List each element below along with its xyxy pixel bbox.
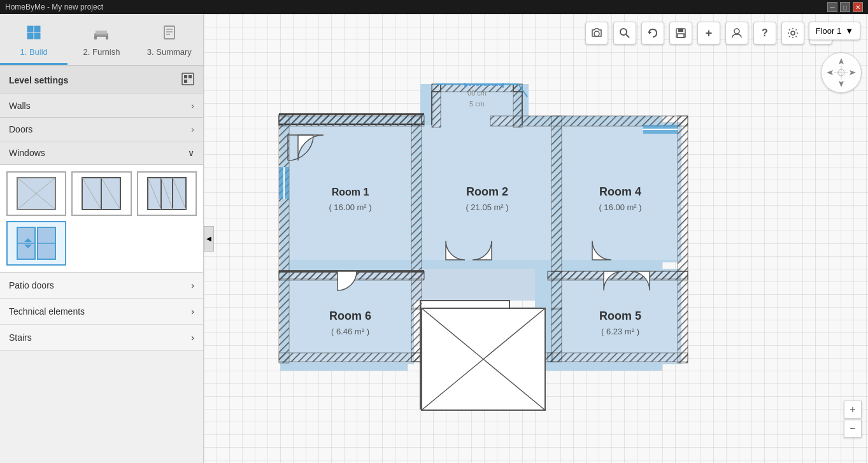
titlebar: HomeByMe - My new project ─ □ ✕ [0,0,868,14]
svg-rect-12 [182,73,194,85]
svg-text:Room 4: Room 4 [599,185,641,198]
svg-rect-8 [164,26,174,39]
main-layout: 1. Build 2. Furnish [0,14,868,463]
floor-selector[interactable]: Floor 1 ▼ [809,22,860,40]
window-option-2[interactable] [71,171,131,216]
walls-label: Walls [9,101,31,111]
window-option-3[interactable] [137,171,197,216]
technical-elements-section[interactable]: Technical elements › [0,299,203,325]
toolbar: + ? [585,22,832,45]
camera-button[interactable] [585,22,608,45]
user-button[interactable] [725,22,748,45]
close-button[interactable]: ✕ [853,2,863,12]
patio-doors-chevron: › [191,280,194,290]
svg-rect-91 [279,271,289,363]
tab-summary[interactable]: 3. Summary [136,19,203,65]
svg-rect-76 [678,116,688,271]
zoom-out-button[interactable]: − [844,420,862,438]
svg-marker-47 [827,70,833,75]
svg-text:( 6.46 m² ): ( 6.46 m² ) [331,327,369,336]
window-option-1[interactable] [6,171,66,216]
patio-doors-label: Patio doors [9,280,54,290]
svg-rect-14 [189,75,192,78]
svg-rect-5 [96,31,107,34]
stairs-section[interactable]: Stairs › [0,325,203,351]
svg-rect-2 [27,33,33,39]
maximize-button[interactable]: □ [840,2,850,12]
sidebar: 1. Build 2. Furnish [0,14,204,463]
floor-label: Floor 1 [816,26,841,36]
top-nav: 1. Build 2. Furnish [0,14,203,66]
floor-plan: Room 1 ( 16.00 m² ) Room 2 ( 21.05 m² ) … [223,33,720,415]
add-button[interactable]: + [697,22,720,45]
svg-rect-3 [34,33,40,39]
windows-chevron-down: ∨ [188,148,194,158]
compass-circle[interactable] [821,52,862,93]
undo-button[interactable] [641,22,664,45]
doors-section[interactable]: Doors › [0,118,203,141]
doors-chevron: › [191,124,194,134]
svg-rect-15 [184,80,187,83]
help-button[interactable]: ? [753,22,776,45]
technical-elements-chevron: › [191,306,194,317]
search-button[interactable] [613,22,636,45]
svg-point-36 [594,31,599,36]
svg-text:Room 2: Room 2 [466,185,508,198]
stairs-label: Stairs [9,332,32,343]
windows-header[interactable]: Windows ∨ [0,141,203,165]
canvas-area[interactable]: ◀ [204,14,868,463]
svg-text:Room 5: Room 5 [599,310,641,322]
zoom-in-button[interactable]: + [844,401,862,418]
svg-rect-93 [411,271,422,310]
tab-furnish[interactable]: 2. Furnish [68,19,135,65]
windows-grid [0,165,203,272]
svg-point-43 [734,29,739,34]
collapse-panel-button[interactable]: ◀ [204,226,214,252]
svg-rect-57 [408,269,535,301]
level-settings-label: Level settings [9,75,68,85]
level-settings-icon [181,73,194,87]
svg-point-44 [791,31,795,35]
svg-rect-67 [279,113,424,115]
svg-rect-97 [411,308,422,362]
svg-text:( 21.05 m² ): ( 21.05 m² ) [466,203,508,212]
windows-section: Windows ∨ [0,141,203,273]
svg-text:Room 1: Room 1 [332,187,369,197]
svg-rect-86 [411,116,422,271]
svg-rect-6 [94,36,97,39]
svg-rect-80 [279,353,424,362]
svg-rect-1 [34,26,40,32]
minimize-button[interactable]: ─ [827,2,837,12]
svg-marker-45 [839,58,844,64]
nav-compass[interactable] [821,52,862,93]
window-option-4[interactable] [6,221,66,266]
svg-rect-98 [551,308,562,362]
svg-text:( 16.00 m² ): ( 16.00 m² ) [329,203,371,212]
floor-chevron: ▼ [845,26,853,36]
svg-text:( 16.00 m² ): ( 16.00 m² ) [599,203,641,212]
svg-rect-13 [184,75,187,78]
window-controls: ─ □ ✕ [827,2,863,12]
build-icon [25,24,42,45]
svg-rect-7 [106,36,108,39]
stairs-chevron: › [191,332,194,343]
level-settings-header[interactable]: Level settings [0,66,203,94]
patio-doors-section[interactable]: Patio doors › [0,273,203,299]
walls-chevron: › [191,101,194,111]
tab-build-label: 1. Build [20,47,47,57]
walls-section[interactable]: Walls › [0,94,203,118]
save-button[interactable] [669,22,692,45]
svg-rect-41 [678,29,683,32]
settings-button[interactable] [781,22,804,45]
tab-summary-label: 3. Summary [147,47,192,57]
tab-furnish-label: 2. Furnish [83,47,120,57]
svg-rect-0 [27,26,33,32]
technical-elements-label: Technical elements [9,306,85,317]
svg-marker-48 [850,70,856,75]
tab-build[interactable]: 1. Build [0,19,68,65]
svg-rect-77 [279,116,424,126]
furnish-icon [93,24,110,45]
svg-text:00 cm: 00 cm [467,89,487,97]
svg-rect-42 [678,34,684,38]
svg-rect-92 [678,271,688,363]
